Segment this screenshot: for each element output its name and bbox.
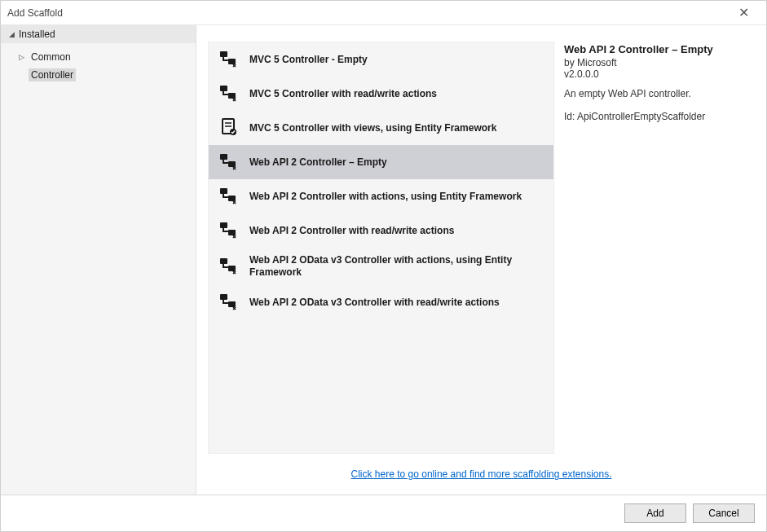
controller-icon [218, 83, 240, 104]
svg-rect-8 [220, 154, 227, 160]
sidebar-item-label: Common [31, 51, 71, 63]
svg-rect-16 [220, 294, 227, 300]
scaffold-item-label: Web API 2 Controller – Empty [249, 156, 387, 169]
details-id-label: Id: [564, 111, 575, 122]
titlebar: Add Scaffold ✕ [1, 1, 766, 25]
details-version: v2.0.0.0 [564, 68, 752, 80]
scaffold-item-label: Web API 2 Controller with read/write act… [249, 225, 454, 237]
online-extensions-link[interactable]: Click here to go online and find more sc… [351, 468, 612, 480]
tree-root-installed[interactable]: ◢ Installed [1, 25, 196, 43]
close-button[interactable]: ✕ [727, 2, 760, 24]
svg-rect-10 [220, 188, 227, 194]
details-id-value: ApiControllerEmptyScaffolder [577, 111, 705, 122]
svg-rect-3 [228, 93, 236, 99]
sidebar-item-controller[interactable]: Controller [1, 66, 196, 84]
sidebar-item-common[interactable]: ▷ Common [1, 48, 196, 66]
details-id: Id: ApiControllerEmptyScaffolder [564, 111, 752, 122]
details-pane: Web API 2 Controller – Empty by Microsof… [564, 42, 752, 454]
scaffold-item[interactable]: Web API 2 OData v3 Controller with read/… [209, 285, 553, 319]
svg-rect-11 [228, 196, 236, 201]
main-columns: MVC 5 Controller - Empty MVC 5 Controlle… [196, 25, 766, 460]
controller-icon [218, 49, 240, 70]
scaffold-item-label: MVC 5 Controller - Empty [249, 54, 368, 66]
svg-rect-1 [228, 59, 236, 64]
scaffold-item-label: Web API 2 Controller with actions, using… [249, 191, 522, 203]
expander-right-icon: ▷ [17, 53, 25, 61]
content-area: ◢ Installed ▷ Common Controller [1, 25, 766, 495]
cancel-button[interactable]: Cancel [693, 503, 755, 523]
scaffold-item-label: Web API 2 OData v3 Controller with read/… [249, 297, 500, 309]
controller-icon [218, 220, 240, 241]
scaffold-item-label: MVC 5 Controller with views, using Entit… [249, 122, 496, 134]
scaffold-item[interactable]: Web API 2 Controller with actions, using… [209, 179, 553, 213]
scaffold-item[interactable]: MVC 5 Controller - Empty [209, 42, 553, 77]
scaffold-item-label: Web API 2 OData v3 Controller with actio… [249, 254, 544, 279]
close-icon: ✕ [738, 5, 749, 20]
details-title: Web API 2 Controller – Empty [564, 43, 752, 55]
svg-rect-15 [228, 266, 236, 271]
dialog-footer: Add Cancel [1, 495, 766, 531]
details-author: by Microsoft [564, 57, 752, 68]
online-link-row: Click here to go online and find more sc… [196, 460, 766, 495]
tree-root-label: Installed [19, 29, 55, 40]
svg-rect-14 [220, 258, 227, 264]
controller-icon [218, 152, 240, 173]
tree-children: ▷ Common Controller [1, 43, 196, 84]
expander-down-icon: ◢ [7, 30, 15, 38]
controller-icon [218, 292, 240, 313]
scaffold-item[interactable]: Web API 2 Controller – Empty [209, 145, 553, 179]
svg-rect-9 [228, 161, 236, 167]
main-pane: MVC 5 Controller - Empty MVC 5 Controlle… [196, 25, 766, 495]
controller-views-icon [218, 117, 240, 138]
scaffold-item[interactable]: MVC 5 Controller with read/write actions [209, 77, 553, 111]
controller-icon [218, 186, 240, 207]
svg-rect-12 [220, 222, 227, 228]
details-description: An empty Web API controller. [564, 88, 752, 99]
scaffold-item[interactable]: MVC 5 Controller with views, using Entit… [209, 111, 553, 145]
svg-rect-0 [220, 51, 227, 57]
expander-spacer [17, 71, 25, 79]
svg-rect-2 [220, 86, 227, 91]
scaffold-list: MVC 5 Controller - Empty MVC 5 Controlle… [208, 42, 554, 454]
add-button[interactable]: Add [624, 503, 686, 523]
svg-rect-17 [228, 301, 236, 307]
scaffold-item[interactable]: Web API 2 OData v3 Controller with actio… [209, 248, 553, 285]
scaffold-item-label: MVC 5 Controller with read/write actions [249, 88, 437, 100]
controller-icon [218, 256, 240, 277]
window-title: Add Scaffold [7, 7, 727, 19]
svg-rect-13 [228, 230, 236, 235]
sidebar: ◢ Installed ▷ Common Controller [1, 25, 196, 495]
scaffold-item[interactable]: Web API 2 Controller with read/write act… [209, 213, 553, 248]
sidebar-item-label: Controller [31, 69, 73, 81]
